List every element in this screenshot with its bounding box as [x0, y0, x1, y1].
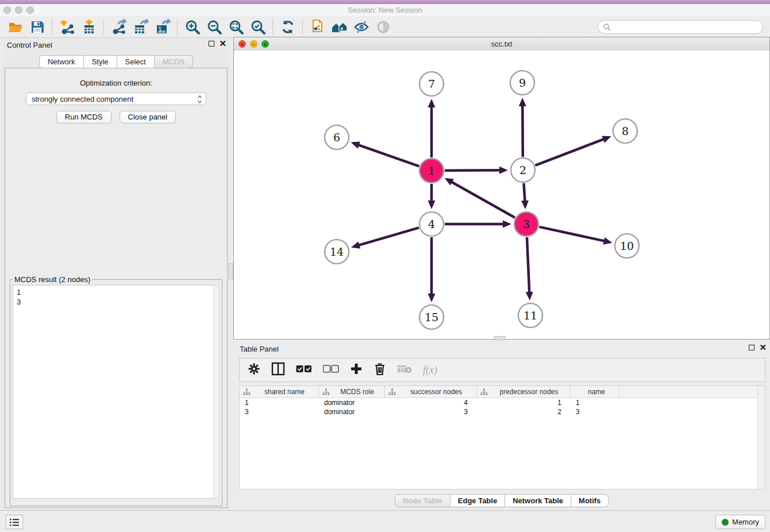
- table-cell: dominator: [319, 399, 385, 407]
- zoom-in-icon[interactable]: [183, 18, 202, 36]
- graph-node-label-8: 8: [622, 125, 629, 137]
- toolbar-separator: [103, 20, 105, 34]
- control-tab-style[interactable]: Style: [84, 55, 117, 68]
- control-tab-select[interactable]: Select: [117, 55, 155, 68]
- close-view-button[interactable]: ×: [238, 40, 246, 48]
- edge-2-8[interactable]: [535, 138, 605, 165]
- column-header-successor-nodes[interactable]: successor nodes: [385, 386, 477, 398]
- splitter-handle-horizontal[interactable]: [494, 336, 506, 340]
- column-header-name[interactable]: name: [571, 386, 619, 398]
- network-from-selection-icon[interactable]: [309, 18, 327, 36]
- column-header-shared-name[interactable]: shared name: [240, 386, 319, 398]
- splitter-handle-vertical[interactable]: [229, 263, 233, 279]
- edge-2-3[interactable]: [523, 183, 525, 203]
- network-canvas[interactable]: 7968124314101511: [234, 51, 769, 339]
- network-frame-titlebar[interactable]: scc.txt ×−+: [234, 37, 769, 51]
- graph-node-label-6: 6: [333, 131, 340, 144]
- delete-column-icon[interactable]: [374, 362, 386, 378]
- home-icon[interactable]: [330, 18, 349, 36]
- graph-node-label-1: 1: [428, 164, 435, 177]
- tab-network-table[interactable]: Network Table: [505, 494, 571, 507]
- edge-arrow-1-7: [428, 99, 436, 107]
- control-tab-network[interactable]: Network: [39, 55, 84, 68]
- hide-selected-icon[interactable]: [352, 18, 371, 36]
- graph-node-label-14: 14: [330, 245, 344, 258]
- zoom-fit-icon[interactable]: [227, 18, 245, 36]
- search-input[interactable]: [611, 21, 763, 33]
- statusbar: Memory: [0, 510, 770, 532]
- result-scrollbar[interactable]: [213, 285, 220, 499]
- float-table-panel-icon[interactable]: [749, 345, 754, 350]
- edge-arrow-3-10: [603, 237, 613, 245]
- tab-node-table[interactable]: Node Table: [395, 494, 451, 507]
- show-column-panel-icon[interactable]: [271, 362, 285, 378]
- save-icon[interactable]: [28, 18, 47, 36]
- criterion-select[interactable]: strongly connected component: [26, 92, 206, 105]
- refresh-icon[interactable]: [279, 18, 297, 36]
- graph-node-label-2: 2: [519, 164, 526, 176]
- table-scrollbar[interactable]: [757, 386, 765, 489]
- export-network-icon[interactable]: [110, 18, 128, 36]
- select-all-columns-icon[interactable]: [296, 365, 312, 375]
- edge-arrow-2-3: [521, 201, 529, 209]
- edge-3-1[interactable]: [450, 181, 515, 218]
- import-table-icon[interactable]: [80, 18, 98, 36]
- deselect-all-columns-icon[interactable]: [323, 365, 339, 375]
- edge-3-11[interactable]: [527, 237, 529, 294]
- create-column-icon[interactable]: [350, 363, 363, 377]
- control-panel-title: Control Panel: [7, 41, 52, 49]
- close-panel-button[interactable]: Close panel: [120, 111, 176, 124]
- float-panel-icon[interactable]: [209, 41, 214, 47]
- graph-node-label-11: 11: [523, 309, 537, 322]
- control-panel-header: Control Panel ✕: [2, 38, 230, 53]
- zoom-view-button[interactable]: +: [261, 40, 269, 48]
- column-header-predecessor-nodes[interactable]: predecessor nodes: [477, 386, 571, 398]
- graphics-details-icon[interactable]: [374, 18, 392, 36]
- search-field[interactable]: [598, 20, 763, 34]
- export-table-icon[interactable]: [132, 18, 150, 36]
- window-titlebar: Session: New Session: [0, 4, 770, 17]
- mcds-result-list[interactable]: 1 3: [13, 285, 220, 499]
- graph-node-label-4: 4: [428, 218, 435, 230]
- graph-node-label-7: 7: [428, 78, 435, 90]
- tab-edge-table[interactable]: Edge Table: [451, 494, 505, 507]
- graph-node-label-9: 9: [519, 76, 526, 89]
- edge-1-6[interactable]: [357, 144, 419, 166]
- control-tab-mcds[interactable]: MCDS: [155, 55, 193, 68]
- graph-node-label-15: 15: [425, 311, 438, 323]
- task-history-button[interactable]: [6, 515, 23, 529]
- edge-arrow-1-6: [351, 141, 360, 148]
- tab-motifs[interactable]: Motifs: [571, 494, 609, 507]
- column-header-label: predecessor nodes: [488, 388, 570, 396]
- zoom-out-icon[interactable]: [205, 18, 224, 36]
- edge-2-9[interactable]: [522, 104, 523, 157]
- edge-arrow-4-14: [351, 241, 360, 248]
- import-network-icon[interactable]: [58, 18, 76, 36]
- column-type-icon: [388, 388, 396, 395]
- edge-arrow-1-2: [499, 167, 508, 174]
- toolbar-separator: [177, 20, 178, 34]
- node-table-body: 1dominator4113dominator323: [240, 398, 765, 417]
- column-header-MCDS-role[interactable]: MCDS role: [319, 386, 385, 398]
- graph-node-label-3: 3: [523, 218, 530, 230]
- minimize-view-button[interactable]: −: [250, 40, 257, 48]
- edge-arrow-4-15: [428, 294, 436, 302]
- edge-3-10[interactable]: [539, 227, 606, 241]
- table-row[interactable]: 1dominator411: [240, 398, 765, 407]
- open-icon[interactable]: [6, 18, 25, 36]
- table-row[interactable]: 3dominator323: [240, 407, 765, 417]
- close-panel-icon[interactable]: ✕: [219, 41, 226, 47]
- memory-button[interactable]: Memory: [715, 515, 765, 529]
- export-image-icon[interactable]: [153, 18, 172, 36]
- window-accent-strip: [0, 0, 770, 4]
- run-mcds-button[interactable]: Run MCDS: [56, 111, 111, 124]
- node-table[interactable]: shared nameMCDS rolesuccessor nodesprede…: [239, 385, 765, 489]
- column-header-label: shared name: [251, 388, 318, 396]
- edge-1-2[interactable]: [445, 170, 502, 171]
- mcds-panel: Optimization criterion: strongly connect…: [5, 68, 228, 508]
- control-panel-tabs: NetworkStyleSelectMCDS: [2, 55, 230, 68]
- zoom-selected-icon[interactable]: [249, 18, 267, 36]
- close-table-panel-icon[interactable]: ✕: [759, 345, 767, 350]
- edge-4-14[interactable]: [357, 228, 419, 245]
- table-settings-icon[interactable]: [248, 363, 260, 377]
